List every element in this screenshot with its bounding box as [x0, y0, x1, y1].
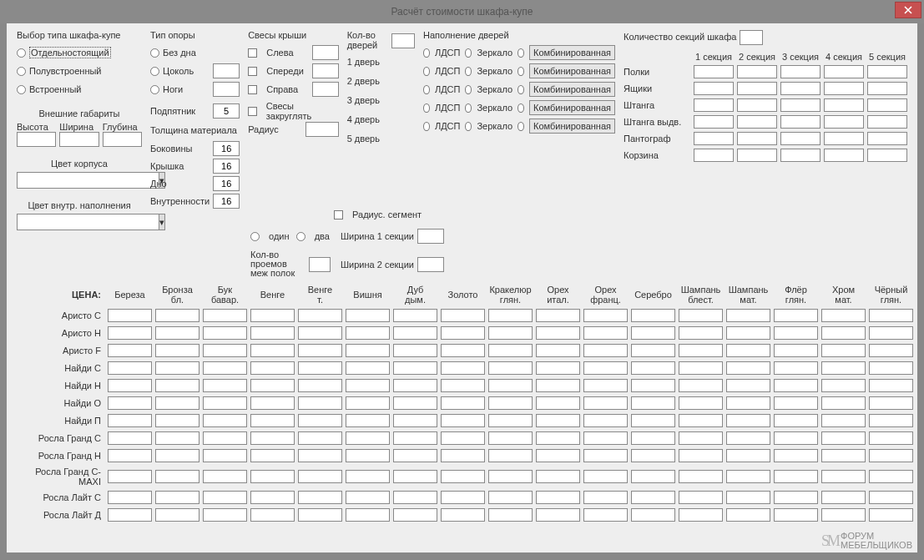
- price-cell-4-12[interactable]: [679, 379, 723, 392]
- price-cell-1-7[interactable]: [441, 326, 485, 340]
- heel-input[interactable]: [213, 103, 240, 119]
- supp-radio-1[interactable]: [150, 48, 159, 58]
- type-option-2[interactable]: Полувстроенный: [29, 66, 102, 76]
- price-cell-8-4[interactable]: [298, 449, 342, 462]
- price-cell-1-3[interactable]: [250, 326, 295, 340]
- thick-input-1[interactable]: [213, 159, 240, 174]
- price-cell-10-16[interactable]: [869, 491, 913, 504]
- price-cell-8-0[interactable]: [108, 449, 152, 462]
- price-cell-3-2[interactable]: [203, 361, 247, 375]
- roof-chk-3[interactable]: [248, 85, 257, 94]
- price-cell-11-8[interactable]: [488, 508, 533, 522]
- price-cell-1-5[interactable]: [346, 326, 390, 340]
- price-cell-4-4[interactable]: [298, 379, 342, 392]
- price-cell-8-11[interactable]: [631, 449, 675, 462]
- price-cell-7-0[interactable]: [108, 431, 152, 445]
- price-cell-0-6[interactable]: [393, 309, 437, 322]
- door4-combo-radio[interactable]: [518, 122, 524, 131]
- price-cell-0-7[interactable]: [441, 309, 485, 322]
- roof-opt-3[interactable]: Справа: [266, 84, 298, 94]
- price-cell-6-15[interactable]: [821, 414, 866, 427]
- price-cell-10-10[interactable]: [583, 491, 628, 504]
- price-cell-4-2[interactable]: [203, 379, 247, 392]
- price-cell-1-2[interactable]: [203, 326, 247, 340]
- price-cell-2-15[interactable]: [821, 344, 866, 357]
- close-button[interactable]: [895, 2, 921, 18]
- price-cell-7-4[interactable]: [298, 431, 342, 445]
- price-cell-7-16[interactable]: [869, 431, 913, 445]
- price-cell-9-1[interactable]: [155, 470, 199, 483]
- nogi-input[interactable]: [213, 82, 240, 97]
- price-cell-9-11[interactable]: [631, 470, 675, 483]
- price-cell-2-10[interactable]: [583, 344, 628, 357]
- price-cell-3-15[interactable]: [821, 361, 866, 375]
- price-cell-8-6[interactable]: [393, 449, 437, 462]
- price-cell-7-11[interactable]: [631, 431, 675, 445]
- sec-cell-1-3[interactable]: [824, 82, 864, 95]
- price-cell-7-1[interactable]: [155, 431, 199, 445]
- price-cell-1-8[interactable]: [488, 326, 533, 340]
- price-cell-9-14[interactable]: [774, 470, 818, 483]
- price-cell-6-7[interactable]: [441, 414, 485, 427]
- price-cell-6-14[interactable]: [774, 414, 818, 427]
- price-cell-10-15[interactable]: [821, 491, 866, 504]
- price-cell-11-15[interactable]: [821, 508, 866, 522]
- price-cell-11-0[interactable]: [108, 508, 152, 522]
- price-cell-7-15[interactable]: [821, 431, 866, 445]
- sec-cell-0-4[interactable]: [867, 65, 907, 78]
- price-cell-5-16[interactable]: [869, 396, 913, 410]
- sec-cell-3-2[interactable]: [780, 115, 820, 129]
- sec-cell-2-1[interactable]: [737, 98, 777, 112]
- price-cell-2-12[interactable]: [679, 344, 723, 357]
- price-cell-9-6[interactable]: [393, 470, 437, 483]
- proemy-input[interactable]: [309, 257, 331, 272]
- price-cell-2-14[interactable]: [774, 344, 818, 357]
- price-cell-5-3[interactable]: [250, 396, 295, 410]
- price-cell-8-8[interactable]: [488, 449, 533, 462]
- price-cell-1-10[interactable]: [583, 326, 628, 340]
- door1-mirror-radio[interactable]: [465, 67, 472, 76]
- sec-cell-2-4[interactable]: [867, 98, 907, 112]
- price-cell-0-1[interactable]: [155, 309, 199, 322]
- price-cell-8-9[interactable]: [536, 449, 580, 462]
- price-cell-0-3[interactable]: [250, 309, 295, 322]
- width-input[interactable]: [59, 132, 98, 147]
- price-cell-5-11[interactable]: [631, 396, 675, 410]
- door3-ldsp-radio[interactable]: [423, 103, 430, 113]
- price-cell-5-12[interactable]: [679, 396, 723, 410]
- sec-cell-3-3[interactable]: [824, 115, 864, 129]
- price-cell-8-14[interactable]: [774, 449, 818, 462]
- price-cell-6-6[interactable]: [393, 414, 437, 427]
- price-cell-4-5[interactable]: [346, 379, 390, 392]
- price-cell-10-9[interactable]: [536, 491, 580, 504]
- door2-ldsp-radio[interactable]: [423, 85, 430, 94]
- price-cell-7-12[interactable]: [679, 431, 723, 445]
- sec-cell-5-4[interactable]: [867, 149, 907, 162]
- door2-combo-radio[interactable]: [518, 85, 524, 94]
- price-cell-9-3[interactable]: [250, 470, 295, 483]
- price-cell-11-3[interactable]: [250, 508, 295, 522]
- supp-radio-2[interactable]: [150, 67, 159, 76]
- price-cell-8-10[interactable]: [583, 449, 628, 462]
- sec-cell-1-1[interactable]: [737, 82, 777, 95]
- w2-input[interactable]: [417, 257, 444, 272]
- sec-cell-1-0[interactable]: [694, 82, 734, 95]
- door2-combo-button[interactable]: Комбинированная: [529, 82, 615, 97]
- price-cell-10-5[interactable]: [346, 491, 390, 504]
- price-cell-9-2[interactable]: [203, 470, 247, 483]
- sec-cell-4-0[interactable]: [694, 132, 734, 145]
- price-cell-6-3[interactable]: [250, 414, 295, 427]
- price-cell-3-12[interactable]: [679, 361, 723, 375]
- price-cell-6-0[interactable]: [108, 414, 152, 427]
- price-cell-11-4[interactable]: [298, 508, 342, 522]
- sec-cell-4-2[interactable]: [780, 132, 820, 145]
- price-cell-8-2[interactable]: [203, 449, 247, 462]
- price-cell-0-2[interactable]: [203, 309, 247, 322]
- sections-count-input[interactable]: [740, 30, 763, 45]
- price-cell-10-13[interactable]: [726, 491, 770, 504]
- price-cell-4-8[interactable]: [488, 379, 533, 392]
- roof-opt-1[interactable]: Слева: [266, 48, 293, 58]
- price-cell-2-0[interactable]: [108, 344, 152, 357]
- price-cell-11-11[interactable]: [631, 508, 675, 522]
- radius-seg-chk[interactable]: [334, 210, 343, 219]
